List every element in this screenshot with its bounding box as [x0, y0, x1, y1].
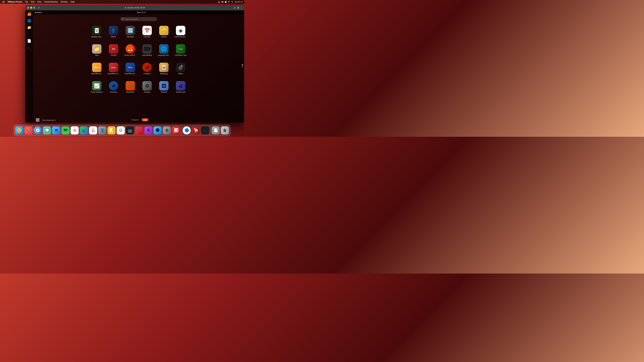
- app-item-inputmethod[interactable]: ⌨Input Method: [139, 43, 156, 61]
- app-item-languagesup...[interactable]: 🌐Language Sup...: [156, 43, 172, 61]
- menu-virtual-machine[interactable]: Virtual Machine: [43, 0, 59, 4]
- app-icon: 📅: [142, 26, 152, 35]
- dock-music[interactable]: 🎵: [135, 126, 144, 135]
- app-item-libreofficedr..[interactable]: DrawLibreOffice Dr...: [88, 61, 105, 80]
- app-icon: ◉: [176, 26, 185, 35]
- minimize-button[interactable]: [30, 7, 32, 9]
- ubuntu-sidebar: 🦊 🌐 📁 ⚙ 📄 ›_: [25, 10, 33, 122]
- app-icon: 🎵: [126, 81, 135, 90]
- menu-edit[interactable]: Edit: [30, 0, 36, 4]
- dock-facetime[interactable]: 📹: [80, 126, 88, 135]
- dock-finder2[interactable]: 📄: [211, 126, 220, 135]
- vmware-window: ⚙ › 🖥 Ubuntu 64-bit 18.04 🔊 🔋 ⛶ 🦊 🌐 📁 ⚙ …: [25, 5, 244, 122]
- apple-menu[interactable]: 🍎: [1, 0, 6, 4]
- search-icon-ubuntu: 🔍: [122, 18, 124, 20]
- vm-toolbar: ⚙ ›: [37, 6, 44, 9]
- dock: 😊 🚀 🧭 💬 ✉ 🗺 🌸 📹 SEP 15 👤 📝 ☑: [14, 125, 231, 136]
- menubar-search-icon[interactable]: 🔍: [228, 1, 230, 3]
- menubar-right: 🔒 🇺🇸 📋 🔍 🔧 Tue 07:17: [218, 1, 243, 3]
- sidebar-document[interactable]: 📄: [26, 38, 32, 44]
- app-label: LibreOffice Calc: [175, 54, 187, 56]
- dock-reminders[interactable]: ☑: [116, 126, 125, 135]
- dock-chrome[interactable]: 🔵: [182, 126, 191, 135]
- show-apps-label: Show Applications: [42, 119, 56, 121]
- close-button[interactable]: [27, 7, 29, 9]
- menubar-clipboard-icon: 📋: [224, 1, 227, 3]
- app-item-shotwell[interactable]: 🖼Shotwell: [156, 80, 172, 98]
- dock-separator-1: [181, 127, 182, 134]
- menubar-gear-icon[interactable]: 🔧: [231, 1, 234, 3]
- menu-file[interactable]: File: [24, 0, 29, 4]
- vm-forward-icon[interactable]: ›: [42, 6, 44, 9]
- app-icon: ➤: [109, 81, 118, 90]
- dock-sysprefs[interactable]: ⚙: [162, 126, 171, 135]
- dock-contacts[interactable]: 👤: [98, 126, 107, 135]
- vm-audio-icon[interactable]: 🔊: [234, 7, 236, 9]
- dock-mail[interactable]: ✉: [52, 126, 60, 135]
- maximize-button[interactable]: [33, 7, 35, 9]
- app-item-files[interactable]: 📁Files: [88, 43, 105, 61]
- app-item-cheese[interactable]: 🧀Cheese: [156, 24, 172, 43]
- menu-view[interactable]: View: [36, 0, 42, 4]
- menu-window[interactable]: Window: [60, 0, 69, 4]
- dock-podcasts[interactable]: 🎙: [144, 126, 153, 135]
- app-item-aisleriotsoli..[interactable]: 🃏AisleRiot Soli...: [88, 24, 105, 43]
- activities-label[interactable]: Activities: [34, 11, 42, 13]
- sidebar-files[interactable]: 📁: [26, 24, 32, 30]
- app-item-libreofficeim..[interactable]: ImprLibreOffice Im...: [105, 61, 122, 80]
- sidebar-settings[interactable]: ⚙: [26, 31, 32, 37]
- vm-settings-icon[interactable]: ⚙: [37, 6, 40, 9]
- dock-instastats[interactable]: 📊: [172, 126, 180, 135]
- app-item-settings[interactable]: ⚙Settings: [139, 80, 156, 98]
- app-icon: 📁: [92, 44, 102, 54]
- app-item-mines[interactable]: 💣Mines: [172, 61, 189, 80]
- app-label: Input Method: [142, 54, 152, 56]
- app-item-remmina[interactable]: ➤Remmina: [105, 80, 122, 98]
- dock-terminal[interactable]: ›_: [201, 126, 210, 135]
- app-item-livepatch[interactable]: ↺Livepatch: [139, 61, 156, 80]
- sidebar-terminal[interactable]: ›_: [26, 44, 32, 51]
- tab-all[interactable]: All: [142, 118, 148, 121]
- dock-safari[interactable]: 🧭: [33, 126, 42, 135]
- vm-battery-icon[interactable]: 🔋: [237, 7, 239, 9]
- dock-maps[interactable]: 🗺: [61, 126, 70, 135]
- app-item-libreofficecalc[interactable]: CalcLibreOffice Calc: [172, 43, 189, 61]
- dock-notes[interactable]: 📝: [107, 126, 116, 135]
- app-item-bitpay[interactable]: ₿BitPay: [105, 24, 122, 43]
- app-item-filezilla[interactable]: FZFileZilla: [105, 43, 122, 61]
- tab-frequent[interactable]: Frequent: [129, 118, 141, 121]
- app-item-firefoxwebb...[interactable]: 🦊Firefox Web B...: [122, 43, 139, 61]
- menu-help[interactable]: Help: [70, 0, 76, 4]
- search-input-ubuntu[interactable]: [125, 18, 156, 20]
- app-item-simplescan[interactable]: 🖨Simple Scan: [172, 80, 189, 98]
- vm-fullscreen-icon[interactable]: ⛶: [240, 7, 242, 9]
- app-item-powerstatistics[interactable]: 📈Power Statistics: [88, 80, 105, 98]
- app-item-mahjongg[interactable]: 🀄Mahjongg: [156, 61, 172, 80]
- dock-appletv[interactable]: 📺: [126, 126, 134, 135]
- app-item-rhythmbox[interactable]: 🎵Rhythmbox: [122, 80, 139, 98]
- app-icon: 🦊: [126, 44, 135, 54]
- app-icon: ⌨: [142, 44, 152, 54]
- sidebar-browser[interactable]: 🌐: [26, 18, 32, 24]
- vm-title-text: Ubuntu 64-bit 18.04: [127, 6, 145, 9]
- dock-appstore[interactable]: 🅐: [153, 126, 162, 135]
- dock-messages[interactable]: 💬: [42, 126, 51, 135]
- app-item-calendar[interactable]: 📅Calendar: [139, 24, 156, 43]
- dock-trash[interactable]: 🗑: [220, 126, 229, 135]
- app-icon: 📈: [92, 81, 102, 90]
- dock-calendar[interactable]: SEP 15: [89, 126, 98, 135]
- dock-launchpad[interactable]: 🚀: [24, 126, 33, 135]
- search-bar[interactable]: 🔍: [120, 17, 157, 21]
- app-label: Simple Scan: [176, 91, 185, 93]
- dock-screenhero[interactable]: 📡: [192, 126, 200, 135]
- sidebar-firefox[interactable]: 🦊: [26, 11, 32, 17]
- dock-finder[interactable]: 😊: [15, 126, 24, 135]
- show-apps-button[interactable]: [34, 118, 40, 122]
- app-label: Power Statistics: [91, 91, 103, 93]
- dot-indicators: [242, 64, 243, 67]
- dock-photos[interactable]: 🌸: [70, 126, 79, 135]
- menu-vmware-fusion[interactable]: VMware Fusion: [6, 0, 23, 4]
- app-item-chromiumwe...[interactable]: ◉Chromium We...: [172, 24, 189, 43]
- app-item-calculator[interactable]: 🔢Calculator: [122, 24, 139, 43]
- app-item-libreofficew...[interactable]: WrtrLibreOffice W...: [122, 61, 139, 80]
